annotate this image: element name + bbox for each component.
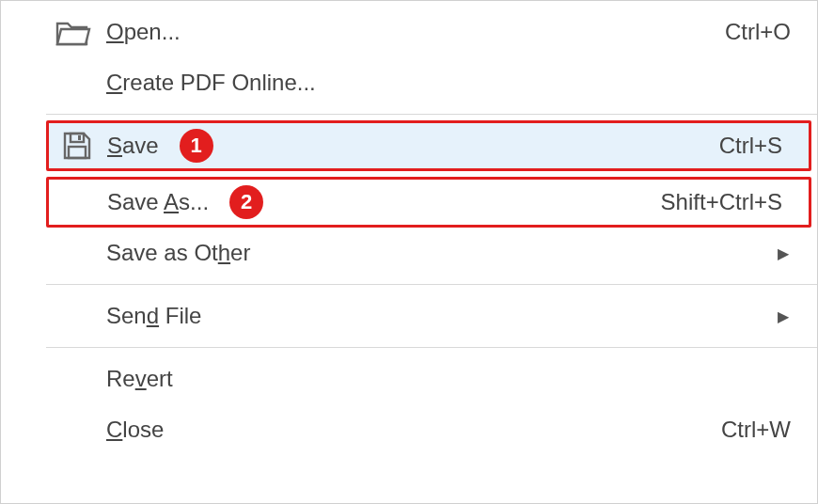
- menu-separator: [46, 284, 817, 285]
- annotation-callout-2: 2: [229, 185, 263, 219]
- menu-item-shortcut: Ctrl+W: [721, 417, 817, 443]
- save-icon: [49, 131, 107, 161]
- menu-item-open[interactable]: Open... Ctrl+O: [1, 7, 817, 57]
- menu-item-label: Save as Other: [106, 240, 250, 266]
- menu-item-label: Save: [107, 133, 159, 159]
- svg-rect-0: [71, 134, 84, 142]
- menu-item-shortcut: Shift+Ctrl+S: [661, 189, 809, 215]
- menu-item-save-as[interactable]: Save As... 2 Shift+Ctrl+S: [46, 177, 811, 228]
- menu-item-close[interactable]: Close Ctrl+W: [1, 404, 817, 455]
- menu-item-label: Save As...: [107, 189, 209, 215]
- menu-item-label: Send File: [106, 303, 201, 329]
- svg-rect-2: [69, 147, 86, 158]
- menu-item-save-as-other[interactable]: Save as Other ▶: [1, 228, 817, 278]
- menu-item-save[interactable]: Save 1 Ctrl+S: [46, 120, 811, 171]
- menu-separator: [46, 347, 817, 348]
- annotation-callout-1: 1: [180, 129, 213, 163]
- folder-open-icon: [1, 18, 106, 46]
- menu-separator: [46, 114, 817, 115]
- chevron-right-icon: ▶: [778, 307, 817, 325]
- menu-item-shortcut: Ctrl+S: [719, 133, 809, 159]
- menu-item-label: Revert: [106, 366, 173, 392]
- menu-item-send-file[interactable]: Send File ▶: [1, 291, 817, 341]
- menu-item-create-pdf-online[interactable]: Create PDF Online...: [1, 57, 817, 108]
- menu-item-label: Close: [106, 417, 164, 443]
- menu-item-label: Open...: [106, 19, 181, 45]
- menu-item-shortcut: Ctrl+O: [725, 19, 817, 45]
- menu-item-label: Create PDF Online...: [106, 70, 316, 96]
- svg-rect-1: [78, 135, 81, 140]
- chevron-right-icon: ▶: [778, 244, 817, 262]
- menu-item-revert[interactable]: Revert: [1, 354, 817, 404]
- context-menu: Open... Ctrl+O Create PDF Online... Save…: [1, 1, 817, 455]
